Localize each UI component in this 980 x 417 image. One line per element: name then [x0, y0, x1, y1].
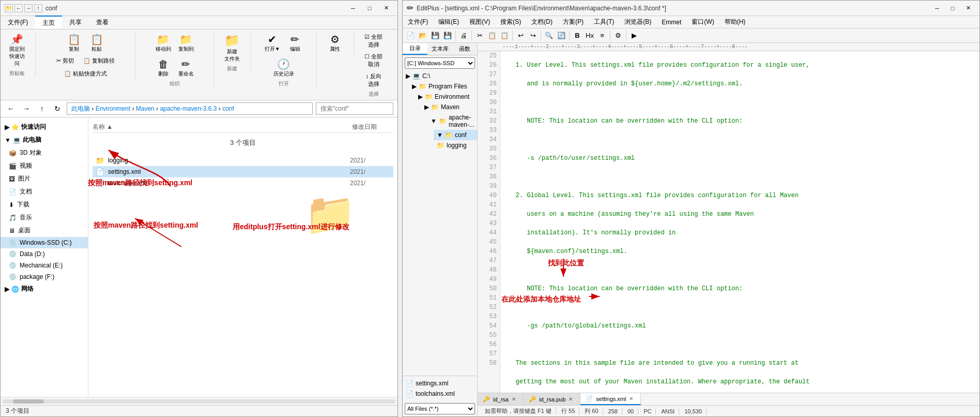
ep-redo-button[interactable]: ↪: [527, 30, 539, 41]
copy-path-button[interactable]: 📋 复制路径: [80, 55, 118, 66]
drive-selector[interactable]: [C:] Windows-SSD: [405, 57, 475, 69]
ep-save-button[interactable]: 💾: [430, 30, 441, 41]
sidebar-item-desktop[interactable]: 🖥 桌面: [1, 224, 88, 237]
address-path-display[interactable]: 此电脑 › Environment › Maven › apache-maven…: [67, 102, 313, 115]
ep-copy-button[interactable]: 📋: [486, 30, 498, 41]
tree-item-program-files[interactable]: ▶ 📁 Program Files: [409, 81, 477, 92]
tree-item-c[interactable]: ▶ 💻 C:\: [403, 71, 477, 81]
rename-button[interactable]: ✏ 重命名: [176, 56, 196, 79]
file-row-toolchains-xml[interactable]: 📄 toolchains.xml 2021/: [93, 177, 393, 189]
network-section[interactable]: ▶ 🌐 网络: [1, 282, 88, 295]
tab-view[interactable]: 查看: [89, 16, 116, 29]
sidebar-item-documents[interactable]: 📄 文档: [1, 185, 88, 198]
tab-share[interactable]: 共享: [62, 16, 89, 29]
ep-open-button[interactable]: 📂: [417, 30, 428, 41]
this-pc-section[interactable]: ▼ 💻 此电脑: [1, 133, 88, 146]
menu-emmet[interactable]: Emmet: [656, 18, 686, 27]
path-conf[interactable]: conf: [222, 105, 234, 112]
code-content[interactable]: 1. User Level. This settings.xml file pr…: [500, 51, 979, 393]
ep-bold-button[interactable]: B: [572, 30, 583, 41]
forward-icon[interactable]: →: [24, 4, 33, 12]
cut-button[interactable]: ✂ 剪切: [53, 55, 78, 66]
menu-document[interactable]: 文档(D): [526, 17, 558, 27]
nav-back-button[interactable]: ←: [5, 102, 17, 115]
code-area[interactable]: 2526272829 3031323334 3536373839 4041424…: [478, 51, 979, 393]
sidebar-item-data-d[interactable]: 💿 Data (D:): [1, 248, 88, 260]
file-row-logging[interactable]: 📁 logging 2021/: [93, 155, 393, 166]
ep-replace-button[interactable]: 🔄: [556, 30, 567, 41]
new-folder-button[interactable]: 📁 新建文件夹: [222, 32, 242, 64]
ep-maximize-button[interactable]: □: [945, 3, 960, 13]
search-input[interactable]: [316, 102, 393, 115]
ep-print-button[interactable]: 🖨: [458, 30, 469, 41]
file-filter-selector[interactable]: All Files (*.*): [405, 403, 475, 414]
ep-more-button[interactable]: ▶: [629, 30, 640, 41]
tab-id-rsa-close-icon[interactable]: ✕: [512, 396, 516, 402]
sidebar-tab-textlibrary[interactable]: 文本库: [427, 43, 452, 55]
ep-cut-button[interactable]: ✂: [474, 30, 485, 41]
paste-button[interactable]: 📋 粘贴: [86, 32, 107, 54]
horizontal-scrollbar[interactable]: [1, 397, 397, 405]
menu-window[interactable]: 窗口(W): [686, 17, 719, 27]
tab-settings-xml-close-icon[interactable]: ✕: [629, 396, 633, 401]
sidebar-toolchains-xml[interactable]: 📄 toolchains.xml: [403, 389, 477, 399]
ep-align-button[interactable]: ≡: [596, 30, 608, 41]
scrollbar-thumb[interactable]: [13, 399, 44, 404]
sidebar-tab-directory[interactable]: 目录: [403, 43, 427, 55]
tree-item-conf[interactable]: ▼ 📁 conf: [434, 130, 477, 140]
paste-shortcut-button[interactable]: 📋 粘贴快捷方式: [60, 68, 111, 79]
tree-item-apache-maven[interactable]: ▼ 📁 apache-maven-...: [427, 112, 477, 130]
file-row-settings-xml[interactable]: 📄 settings.xml 2021/: [93, 166, 393, 177]
tab-settings-xml[interactable]: 📄 settings.xml ✕: [580, 393, 641, 405]
ep-new-button[interactable]: 📄: [405, 30, 416, 41]
sidebar-settings-xml[interactable]: 📄 settings.xml: [403, 378, 477, 389]
nav-forward-button[interactable]: →: [20, 102, 33, 115]
sidebar-item-package-f[interactable]: 💿 package (F:): [1, 271, 88, 282]
path-apache-maven[interactable]: apache-maven-3.6.3: [160, 105, 217, 112]
move-to-button[interactable]: 📁 移动到: [153, 32, 174, 54]
open-button[interactable]: ✔ 打开▼: [262, 32, 283, 54]
menu-file[interactable]: 文件(F): [403, 17, 433, 27]
menu-tools[interactable]: 工具(T): [589, 17, 619, 27]
close-button[interactable]: ✕: [379, 3, 393, 13]
quick-access-section[interactable]: ▶ ⭐ 快速访问: [1, 121, 88, 133]
sidebar-tab-functions[interactable]: 函数: [452, 43, 477, 55]
ep-undo-button[interactable]: ↩: [515, 30, 526, 41]
tab-id-rsa[interactable]: 🔑 id_rsa ✕: [478, 393, 524, 405]
tab-id-rsa-pub-close-icon[interactable]: ✕: [569, 396, 573, 402]
path-environment[interactable]: Environment: [96, 105, 130, 112]
minimize-button[interactable]: ─: [346, 3, 360, 13]
maximize-button[interactable]: □: [362, 3, 377, 13]
copy-button[interactable]: 📋 复制: [64, 32, 84, 54]
select-all-button[interactable]: ☑ 全部选择: [360, 32, 387, 50]
menu-browser[interactable]: 浏览器(B): [619, 17, 656, 27]
nav-up-button[interactable]: ↑: [36, 102, 48, 115]
pin-to-quick-button[interactable]: 📌 固定到快速访问: [5, 32, 29, 69]
path-this-pc[interactable]: 此电脑: [71, 105, 90, 113]
nav-refresh-button[interactable]: ↻: [51, 102, 64, 115]
path-maven[interactable]: Maven: [136, 105, 155, 112]
history-button[interactable]: 🕐 历史记录: [271, 56, 297, 79]
sidebar-item-music[interactable]: 🎵 音乐: [1, 211, 88, 224]
ep-save-all-button[interactable]: 💾: [442, 30, 453, 41]
quick-access-icon[interactable]: 📁: [5, 4, 13, 12]
sidebar-item-videos[interactable]: 🎬 视频: [1, 159, 88, 172]
tree-item-maven[interactable]: ▶ 📁 Maven: [421, 102, 477, 112]
ep-settings-button[interactable]: ⚙: [612, 30, 624, 41]
sidebar-item-pictures[interactable]: 🖼 图片: [1, 172, 88, 185]
tab-id-rsa-pub[interactable]: 🔑 id_rsa.pub ✕: [524, 393, 580, 405]
ep-close-button[interactable]: ✕: [961, 3, 975, 13]
tree-item-logging[interactable]: 📁 logging: [434, 140, 477, 151]
edit-button[interactable]: ✏ 编辑: [285, 32, 305, 54]
deselect-all-button[interactable]: ☐ 全部取消: [360, 51, 387, 70]
ep-minimize-button[interactable]: ─: [930, 3, 944, 13]
sidebar-item-windows-ssd[interactable]: 💿 Windows-SSD (C:): [1, 237, 88, 248]
menu-scheme[interactable]: 方案(P): [558, 17, 589, 27]
tree-item-environment[interactable]: ▶ 📁 Environment: [415, 92, 477, 102]
menu-help[interactable]: 帮助(H): [719, 17, 751, 27]
menu-search[interactable]: 搜索(S): [495, 17, 526, 27]
menu-view[interactable]: 视图(V): [464, 17, 495, 27]
back-icon[interactable]: ←: [14, 4, 23, 12]
tab-home[interactable]: 主页: [35, 16, 62, 29]
up-icon[interactable]: ↑: [34, 4, 42, 12]
